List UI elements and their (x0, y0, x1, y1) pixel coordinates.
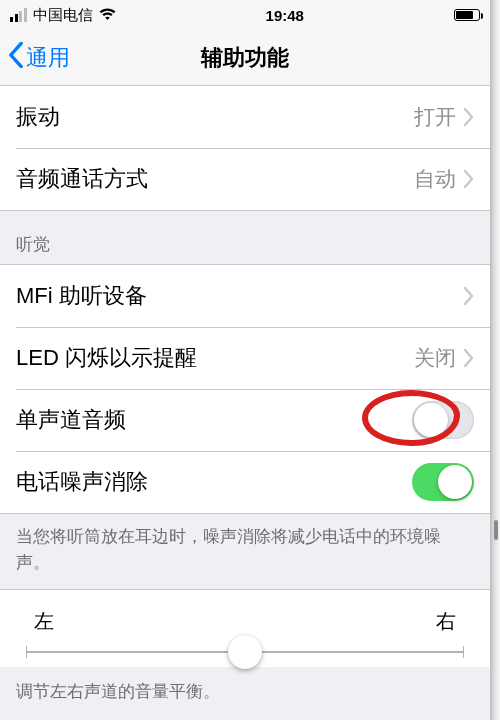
group-hearing: MFi 助听设备 LED 闪烁以示提醒 关闭 单声道音频 电话噪声消除 (0, 264, 490, 514)
cell-label: 电话噪声消除 (16, 467, 148, 497)
chevron-right-icon (464, 349, 474, 367)
carrier-label: 中国电信 (33, 6, 93, 25)
chevron-right-icon (464, 287, 474, 305)
cell-label: 单声道音频 (16, 405, 126, 435)
back-label: 通用 (26, 43, 70, 73)
cell-value: 关闭 (414, 344, 456, 372)
balance-slider-track (26, 651, 464, 653)
cell-value: 自动 (414, 165, 456, 193)
cell-phone-noise-cancellation: 电话噪声消除 (0, 451, 490, 513)
cellular-signal-icon (10, 8, 27, 22)
cell-label: 振动 (16, 102, 60, 132)
screenshot-edge (490, 0, 500, 720)
balance-right-label: 右 (436, 608, 456, 635)
balance-left-label: 左 (34, 608, 54, 635)
cell-audio-balance: 左 右 (0, 589, 490, 667)
screen: 中国电信 19:48 通用 辅助功能 振动 打开 音频通话方 (0, 0, 490, 720)
cell-vibration[interactable]: 振动 打开 (0, 86, 490, 148)
cell-label: LED 闪烁以示提醒 (16, 343, 197, 373)
cell-mfi-hearing-devices[interactable]: MFi 助听设备 (0, 265, 490, 327)
group-interaction: 振动 打开 音频通话方式 自动 (0, 86, 490, 211)
chevron-right-icon (464, 108, 474, 126)
wifi-icon (99, 7, 116, 24)
cell-label: 音频通话方式 (16, 164, 148, 194)
status-bar: 中国电信 19:48 (0, 0, 490, 30)
balance-slider[interactable] (228, 635, 262, 669)
footer-noise-cancellation: 当您将听筒放在耳边时，噪声消除将减少电话中的环境噪声。 (0, 514, 490, 589)
page-title: 辅助功能 (0, 43, 490, 73)
chevron-left-icon (8, 42, 24, 74)
toggle-mono-audio[interactable] (412, 401, 474, 439)
cell-call-audio-routing[interactable]: 音频通话方式 自动 (0, 148, 490, 210)
cell-mono-audio: 单声道音频 (0, 389, 490, 451)
cell-led-flash[interactable]: LED 闪烁以示提醒 关闭 (0, 327, 490, 389)
chevron-right-icon (464, 170, 474, 188)
back-button[interactable]: 通用 (8, 42, 70, 74)
battery-icon (454, 9, 480, 21)
cell-label: MFi 助听设备 (16, 281, 147, 311)
toggle-phone-noise-cancellation[interactable] (412, 463, 474, 501)
clock: 19:48 (266, 7, 304, 24)
section-header-hearing: 听觉 (0, 211, 490, 264)
cell-value: 打开 (414, 103, 456, 131)
nav-bar: 通用 辅助功能 (0, 30, 490, 86)
footer-balance: 调节左右声道的音量平衡。 (0, 667, 490, 705)
